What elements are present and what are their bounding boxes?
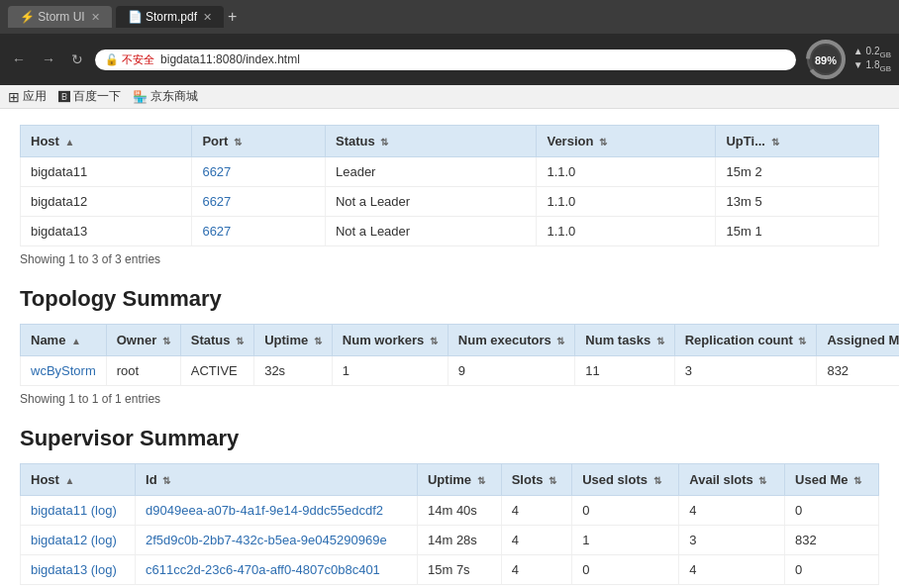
apps-bookmark[interactable]: ⊞ 应用 [8, 88, 47, 105]
gauge-stats: ▲ 0.2GB ▼ 1.8GB [853, 46, 891, 73]
sup-slots: 4 [501, 526, 572, 555]
new-tab-button[interactable]: + [228, 8, 237, 26]
topo-col-mem[interactable]: Assigned Mem (MB ⇅ [817, 325, 899, 356]
sup-col-used-slots[interactable]: Used slots ⇅ [572, 464, 679, 496]
baidu-icon: 🅱 [58, 90, 70, 104]
storm-pdf-tab-label: 📄 Storm.pdf [128, 10, 197, 24]
tab-storm-pdf[interactable]: 📄 Storm.pdf ✕ [116, 6, 224, 28]
sup-host[interactable]: bigdata13 (log) [21, 555, 136, 585]
nimbus-port[interactable]: 6627 [192, 187, 326, 217]
topo-col-tasks[interactable]: Num tasks ⇅ [575, 325, 674, 356]
sup-col-avail-slots[interactable]: Avail slots ⇅ [679, 464, 785, 496]
table-row: bigdata12 (log) 2f5d9c0b-2bb7-432c-b5ea-… [21, 526, 879, 555]
nimbus-port[interactable]: 6627 [192, 157, 326, 187]
jd-label: 京东商城 [150, 88, 198, 105]
baidu-bookmark[interactable]: 🅱 百度一下 [58, 88, 121, 105]
sup-uptime: 14m 40s [417, 496, 501, 526]
nimbus-col-port[interactable]: Port ⇅ [192, 126, 326, 157]
topology-title: Topology Summary [20, 286, 879, 312]
sup-col-uptime[interactable]: Uptime ⇅ [417, 464, 501, 496]
topo-replication: 3 [674, 356, 817, 386]
sup-id[interactable]: c611cc2d-23c6-470a-aff0-4807c0b8c401 [136, 555, 418, 585]
topo-workers: 1 [332, 356, 448, 386]
sup-used-me: 832 [785, 526, 879, 555]
supervisor-table: Host ▲ Id ⇅ Uptime ⇅ Slots ⇅ Used slots … [20, 463, 879, 585]
nimbus-host: bigdata12 [21, 187, 192, 217]
svg-text:89%: 89% [815, 54, 837, 66]
apps-icon: ⊞ [8, 89, 20, 105]
topo-col-uptime[interactable]: Uptime ⇅ [254, 325, 333, 356]
baidu-label: 百度一下 [73, 88, 121, 105]
table-row: wcByStorm root ACTIVE 32s 1 9 11 3 832 [21, 356, 900, 386]
topo-col-workers[interactable]: Num workers ⇅ [332, 325, 448, 356]
topology-table: Name ▲ Owner ⇅ Status ⇅ Uptime ⇅ Num wor… [20, 324, 899, 386]
topo-name[interactable]: wcByStorm [21, 356, 107, 386]
sup-used-slots: 1 [572, 526, 679, 555]
topo-col-replication[interactable]: Replication count ⇅ [674, 325, 817, 356]
browser-chrome: ⚡ Storm UI ✕ 📄 Storm.pdf ✕ + [0, 0, 899, 34]
jd-bookmark[interactable]: 🏪 京东商城 [133, 88, 198, 105]
gauge-stat2: ▼ 1.8GB [853, 59, 891, 73]
refresh-button[interactable]: ↻ [67, 49, 87, 69]
forward-button[interactable]: → [38, 49, 59, 69]
gauge-chart: 89% [804, 38, 848, 81]
topo-owner: root [106, 356, 180, 386]
close-tab-storm-pdf[interactable]: ✕ [203, 11, 212, 24]
nimbus-host: bigdata13 [21, 217, 192, 246]
nimbus-col-version[interactable]: Version ⇅ [537, 126, 716, 157]
table-row: bigdata13 6627 Not a Leader 1.1.0 15m 1 [21, 217, 879, 246]
sup-col-host[interactable]: Host ▲ [21, 464, 136, 496]
sup-slots: 4 [501, 555, 572, 585]
topo-col-owner[interactable]: Owner ⇅ [106, 325, 180, 356]
sup-uptime: 14m 28s [417, 526, 501, 555]
bookmarks-bar: ⊞ 应用 🅱 百度一下 🏪 京东商城 [0, 85, 899, 109]
nimbus-uptime: 15m 2 [716, 157, 879, 187]
sup-col-slots[interactable]: Slots ⇅ [501, 464, 572, 496]
sup-avail-slots: 4 [679, 496, 785, 526]
insecure-label: 🔓 不安全 [105, 52, 154, 67]
topo-col-status[interactable]: Status ⇅ [180, 325, 253, 356]
topo-uptime: 32s [254, 356, 333, 386]
sup-avail-slots: 4 [679, 555, 785, 585]
topology-showing: Showing 1 to 1 of 1 entries [20, 392, 879, 406]
sup-col-id[interactable]: Id ⇅ [136, 464, 418, 496]
table-row: bigdata13 (log) c611cc2d-23c6-470a-aff0-… [21, 555, 879, 585]
sup-id[interactable]: 2f5d9c0b-2bb7-432c-b5ea-9e045290969e [136, 526, 418, 555]
sup-id[interactable]: d9049eea-a07b-4a1f-9e14-9ddc55edcdf2 [136, 496, 418, 526]
sup-col-used-me[interactable]: Used Me ⇅ [785, 464, 879, 496]
nimbus-host: bigdata11 [21, 157, 192, 187]
nimbus-uptime: 15m 1 [716, 217, 879, 246]
sup-host[interactable]: bigdata12 (log) [21, 526, 136, 555]
jd-icon: 🏪 [133, 90, 148, 104]
sup-used-slots: 0 [572, 555, 679, 585]
sup-slots: 4 [501, 496, 572, 526]
nimbus-version: 1.1.0 [537, 187, 716, 217]
close-tab-storm-ui[interactable]: ✕ [91, 11, 100, 24]
nimbus-col-host[interactable]: Host ▲ [21, 126, 192, 157]
nimbus-status: Not a Leader [325, 187, 536, 217]
nimbus-port[interactable]: 6627 [192, 217, 326, 246]
sup-avail-slots: 3 [679, 526, 785, 555]
nimbus-col-uptime[interactable]: UpTi... ⇅ [716, 126, 879, 157]
tab-storm-ui[interactable]: ⚡ Storm UI ✕ [8, 6, 112, 28]
nimbus-version: 1.1.0 [537, 217, 716, 246]
address-text: bigdata11:8080/index.html [160, 52, 300, 66]
nimbus-col-status[interactable]: Status ⇅ [325, 126, 536, 157]
sup-host[interactable]: bigdata11 (log) [21, 496, 136, 526]
apps-label: 应用 [23, 88, 47, 105]
topo-executors: 9 [448, 356, 575, 386]
nimbus-status: Not a Leader [325, 217, 536, 246]
topo-col-executors[interactable]: Num executors ⇅ [448, 325, 575, 356]
topo-col-name[interactable]: Name ▲ [21, 325, 107, 356]
page-content: Host ▲ Port ⇅ Status ⇅ Version ⇅ UpTi...… [0, 109, 899, 588]
sup-used-me: 0 [785, 496, 879, 526]
storm-ui-tab-label: ⚡ Storm UI [20, 10, 85, 24]
topo-mem: 832 [817, 356, 899, 386]
sup-used-me: 0 [785, 555, 879, 585]
table-row: bigdata11 6627 Leader 1.1.0 15m 2 [21, 157, 879, 187]
topo-tasks: 11 [575, 356, 674, 386]
gauge-stat1: ▲ 0.2GB [853, 46, 891, 59]
address-bar[interactable]: 🔓 不安全 bigdata11:8080/index.html [95, 49, 796, 70]
nimbus-status: Leader [325, 157, 536, 187]
back-button[interactable]: ← [8, 49, 30, 69]
